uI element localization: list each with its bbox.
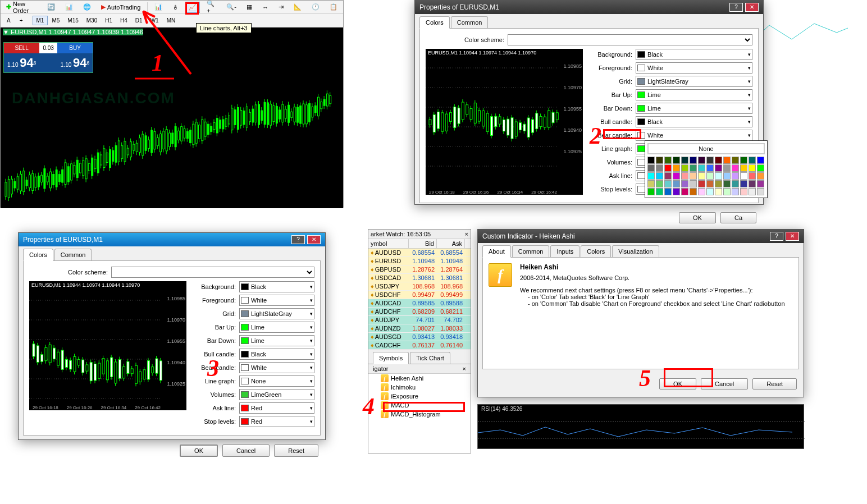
color-swatch[interactable] — [698, 188, 705, 195]
color-swatch[interactable] — [715, 172, 722, 180]
color-swatch[interactable] — [740, 164, 747, 172]
color-picker[interactable]: None — [645, 140, 768, 198]
color-select-linegraph[interactable]: None▾ — [239, 375, 314, 387]
close-icon[interactable]: × — [463, 365, 466, 372]
zoom-in-icon[interactable]: 🔍+ — [203, 2, 220, 13]
color-swatch[interactable] — [757, 172, 764, 180]
mw-row-gbpusd[interactable]: ♦GBPUSD 1.28762 1.28764 — [368, 265, 471, 274]
color-swatch[interactable] — [681, 188, 688, 195]
nav-item-ichimoku[interactable]: fIchimoku — [368, 383, 471, 392]
ok-button[interactable]: OK — [180, 445, 218, 457]
color-swatch[interactable] — [656, 164, 663, 172]
color-select-bearcandle[interactable]: White▾ — [239, 362, 314, 373]
color-select-bardown[interactable]: Lime▾ — [239, 335, 314, 346]
mw-row-audchf[interactable]: ♦AUDCHF 0.68209 0.68211 — [368, 308, 471, 316]
color-swatch[interactable] — [749, 172, 756, 180]
ok-button[interactable]: OK — [679, 212, 716, 223]
mw-row-audsgd[interactable]: ♦AUDSGD 0.93413 0.93418 — [368, 333, 471, 341]
color-select-bullcandle[interactable]: Black▾ — [636, 116, 752, 127]
reset-button[interactable]: Reset — [752, 378, 797, 390]
close-icon[interactable]: × — [465, 231, 468, 237]
mw-row-cadchf[interactable]: ♦CADCHF 0.76137 0.76140 — [368, 341, 471, 350]
color-swatch[interactable] — [690, 164, 697, 172]
color-swatch[interactable] — [690, 188, 697, 195]
color-swatch[interactable] — [664, 164, 672, 172]
color-swatch[interactable] — [647, 164, 655, 172]
color-swatch[interactable] — [706, 157, 714, 164]
color-swatch[interactable] — [681, 164, 688, 172]
toolbar-expert-icon[interactable]: 📊 — [62, 2, 76, 13]
color-swatch[interactable] — [706, 180, 714, 187]
nav-item-iexposure[interactable]: fiExposure — [368, 392, 471, 401]
toolbar-globe-icon[interactable]: 🌐 — [80, 2, 94, 13]
color-swatch[interactable] — [698, 164, 705, 172]
color-swatch[interactable] — [698, 172, 705, 180]
timeframe-d1[interactable]: D1 — [131, 16, 147, 25]
tab-colors[interactable]: Colors — [23, 249, 53, 261]
color-select-volumes[interactable]: LimeGreen▾ — [239, 389, 314, 400]
timeframe-mn[interactable]: MN — [163, 16, 180, 25]
color-swatch[interactable] — [723, 180, 731, 187]
mw-row-usdchf[interactable]: ♦USDCHF 0.99497 0.99499 — [368, 291, 471, 299]
color-swatch[interactable] — [715, 188, 722, 195]
mw-row-usdjpy[interactable]: ♦USDJPY 108.968 108.968 — [368, 282, 471, 291]
mw-row-eurusd[interactable]: ♦EURUSD 1.10948 1.10948 — [368, 257, 471, 265]
color-swatch[interactable] — [681, 180, 688, 187]
tab-symbols[interactable]: Symbols — [373, 352, 409, 364]
color-swatch[interactable] — [698, 180, 705, 187]
color-swatch[interactable] — [656, 180, 663, 187]
color-swatch[interactable] — [664, 180, 672, 187]
color-select-stoplevels[interactable]: Red▾ — [239, 416, 314, 427]
indicator-icon[interactable]: 📐 — [290, 2, 305, 13]
color-select-background[interactable]: Black▾ — [239, 281, 314, 292]
tab-colors[interactable]: Colors — [419, 16, 450, 29]
color-swatch[interactable] — [681, 172, 688, 180]
tab-about[interactable]: About — [482, 245, 511, 258]
color-swatch[interactable] — [647, 172, 655, 180]
color-swatch[interactable] — [723, 157, 731, 164]
color-select-barup[interactable]: Lime▾ — [636, 89, 752, 100]
color-select-bearcandle[interactable]: White▾ — [636, 130, 752, 141]
color-swatch[interactable] — [664, 157, 672, 164]
color-select-bardown[interactable]: Lime▾ — [636, 103, 752, 114]
color-select-barup[interactable]: Lime▾ — [239, 322, 314, 333]
color-swatch[interactable] — [740, 188, 747, 195]
timeframe-w1[interactable]: W1 — [147, 16, 163, 25]
timeframe-m5[interactable]: M5 — [48, 16, 63, 25]
help-button[interactable]: ? — [291, 235, 305, 244]
color-select-grid[interactable]: LightSlateGray▾ — [239, 308, 314, 319]
reset-button[interactable]: Reset — [274, 445, 318, 457]
color-swatch[interactable] — [723, 172, 731, 180]
col-ask[interactable]: Ask — [437, 239, 465, 248]
color-swatch[interactable] — [647, 157, 655, 164]
color-select-foreground[interactable]: White▾ — [239, 295, 314, 306]
color-swatch[interactable] — [647, 180, 655, 187]
mw-row-audusd[interactable]: ♦AUDUSD 0.68554 0.68554 — [368, 249, 471, 257]
timeframe-m15[interactable]: M15 — [63, 16, 82, 25]
mw-row-audnzd[interactable]: ♦AUDNZD 1.08027 1.08033 — [368, 324, 471, 333]
color-swatch[interactable] — [690, 157, 697, 164]
tab-inputs[interactable]: Inputs — [550, 245, 579, 257]
color-swatch[interactable] — [749, 180, 756, 187]
color-swatch[interactable] — [723, 188, 731, 195]
zoom-out-icon[interactable]: 🔍- — [223, 2, 240, 13]
close-button[interactable]: ✕ — [786, 232, 799, 241]
close-button[interactable]: ✕ — [745, 3, 759, 12]
cancel-button[interactable]: Ca — [720, 212, 756, 223]
col-symbol[interactable]: ymbol — [368, 239, 409, 248]
period-icon[interactable]: 🕐 — [308, 2, 323, 13]
tab-colors[interactable]: Colors — [581, 245, 611, 257]
mw-row-usdcad[interactable]: ♦USDCAD 1.30681 1.30681 — [368, 274, 471, 282]
color-swatch[interactable] — [673, 164, 680, 172]
color-none-option[interactable]: None — [647, 143, 765, 154]
color-swatch[interactable] — [656, 157, 663, 164]
color-swatch[interactable] — [732, 164, 739, 172]
color-swatch[interactable] — [673, 188, 680, 195]
color-swatch[interactable] — [740, 172, 747, 180]
color-swatch[interactable] — [749, 157, 756, 164]
color-swatch[interactable] — [706, 164, 714, 172]
new-order-button[interactable]: ✚New Order — [3, 2, 40, 13]
color-swatch[interactable] — [740, 157, 747, 164]
color-select-background[interactable]: Black▾ — [636, 49, 752, 60]
color-swatch[interactable] — [706, 188, 714, 195]
